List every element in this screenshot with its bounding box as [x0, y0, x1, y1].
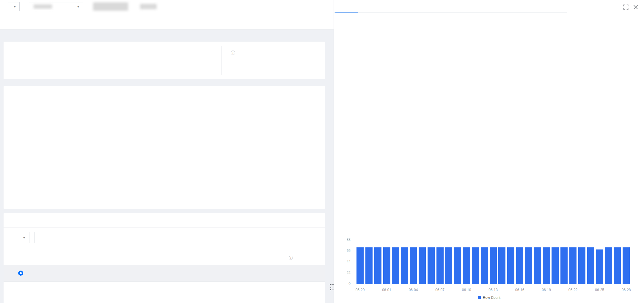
row-count-bar [569, 247, 577, 284]
chevron-down-icon: ▼ [77, 5, 80, 8]
bar-y-tick: 22 [335, 271, 351, 275]
bar-x-tick: 06-19 [536, 288, 557, 292]
bar-x-tick: 06-01 [376, 288, 397, 292]
bar-x-tick: 05-29 [350, 288, 370, 292]
chevron-down-icon: ▼ [13, 5, 16, 8]
table-row[interactable] [4, 265, 325, 282]
bar-x-tick: 06-04 [403, 288, 424, 292]
bar-chart-legend: Row Count [334, 296, 644, 300]
disk-space-chart [4, 86, 325, 209]
legend-label: Row Count [483, 296, 500, 300]
tables-card: ▼ i [4, 213, 325, 303]
bar-x-tick: 06-22 [563, 288, 583, 292]
row-count-bar [410, 247, 417, 284]
bar-gridline [351, 284, 634, 284]
bar-y-tick: 44 [335, 260, 351, 264]
legend-marker [478, 296, 481, 299]
shard-select[interactable]: ▼ [28, 2, 83, 11]
row-count-bar [383, 247, 390, 284]
bar-y-tick: 66 [335, 249, 351, 253]
row-count-bar [614, 247, 621, 284]
row-count-bar [543, 247, 550, 284]
row-count-bar [534, 247, 541, 284]
row-count-bar [374, 247, 381, 284]
daily-growth-value [20, 57, 21, 73]
row-count-bar [481, 247, 488, 284]
main-tabbar [0, 13, 334, 30]
bar-gridline [351, 240, 634, 240]
redacted-shard-id [34, 4, 52, 9]
row-count-bar [356, 247, 364, 284]
row-count-bar [587, 247, 594, 284]
trend-panel: 88664422005-2906-0106-0406-0706-1006-130… [334, 0, 644, 303]
bar-x-tick: 06-25 [589, 288, 610, 292]
row-count-bar [552, 247, 559, 284]
row-count-bar [428, 247, 435, 284]
bar-y-tick: 88 [335, 238, 351, 242]
row-count-bar [463, 247, 470, 284]
main-panel: ▼ ▼ i [0, 0, 334, 303]
disk-space-chart-card [4, 86, 325, 209]
bar-y-tick: 0 [335, 282, 351, 286]
redacted-set-id [93, 2, 128, 11]
refresh-manually-button[interactable] [34, 232, 55, 243]
info-icon[interactable]: i [289, 256, 293, 260]
daily-growth-block [4, 42, 221, 79]
panel-resize-handle[interactable] [329, 283, 334, 291]
row-count-bar [498, 247, 505, 284]
legend-item[interactable]: Row Count [478, 296, 500, 300]
row-count-bar [623, 247, 630, 284]
row-count-bar [365, 247, 373, 284]
sub-tabbar [4, 213, 325, 227]
row-count-bar [516, 247, 523, 284]
col-total-used-space: i [212, 255, 293, 260]
row-radio-selected[interactable] [18, 271, 23, 276]
bar-x-tick: 06-13 [483, 288, 504, 292]
controls-row: ▼ [11, 232, 62, 244]
sort-field-select[interactable]: ▼ [16, 232, 29, 243]
remaining-disk-value [229, 57, 230, 73]
row-count-bar [392, 247, 399, 284]
row-count-bar [507, 247, 514, 284]
row-count-bar [596, 249, 603, 284]
chevron-down-icon: ▼ [23, 236, 26, 239]
row-count-bar [472, 247, 479, 284]
row-count-bar [401, 247, 408, 284]
remaining-disk-label: i [229, 51, 235, 55]
bar-x-tick: 06-07 [430, 288, 450, 292]
row-count-bar [605, 247, 612, 284]
bar-x-tick: 06-28 [616, 288, 637, 292]
remaining-disk-block: i [221, 42, 325, 79]
row-count-bar [454, 247, 461, 284]
engine-select[interactable]: ▼ [8, 2, 20, 11]
row-count-bar [419, 247, 426, 284]
info-icon[interactable]: i [231, 51, 235, 55]
bar-x-tick: 06-16 [509, 288, 530, 292]
row-count-bar [436, 247, 444, 284]
row-count-bar [560, 247, 568, 284]
trend-charts-area: 88664422005-2906-0106-0406-0706-1006-130… [334, 0, 644, 303]
top-header: ▼ ▼ [0, 0, 334, 13]
row-count-bar [525, 247, 532, 284]
row-count-bar [578, 247, 585, 284]
bar-x-tick: 06-10 [456, 288, 477, 292]
summary-card: i [4, 42, 325, 79]
redacted-private-ip [140, 4, 157, 9]
table-header: i [4, 251, 325, 263]
row-count-bar [445, 247, 452, 284]
row-count-bar [490, 247, 497, 284]
